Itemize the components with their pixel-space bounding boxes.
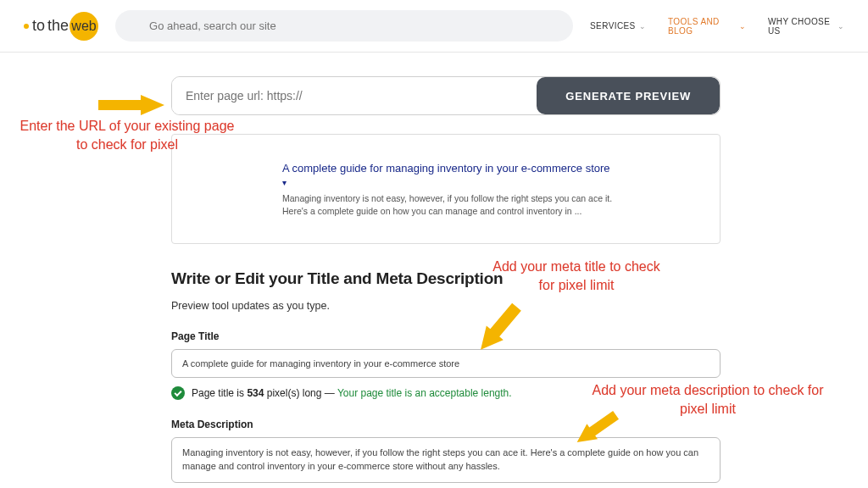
url-input-row: GENERATE PREVIEW bbox=[171, 76, 721, 115]
logo-circle-icon: web bbox=[70, 12, 98, 41]
logo-text-post: web bbox=[71, 19, 96, 34]
main-nav: SERVICES⌄ TOOLS AND BLOG⌄ WHY CHOOSE US⌄ bbox=[590, 17, 844, 36]
title-status-px: 534 bbox=[247, 387, 264, 399]
annotation-url: Enter the URL of your existing page to c… bbox=[17, 117, 237, 153]
svg-marker-3 bbox=[472, 300, 525, 357]
site-logo: to the web bbox=[24, 12, 98, 41]
site-header: to the web SERVICES⌄ TOOLS AND BLOG⌄ WHY… bbox=[0, 0, 868, 53]
title-status-suffix: pixel(s) long — bbox=[264, 387, 337, 399]
nav-why-label: WHY CHOOSE US bbox=[768, 17, 834, 36]
title-status-prefix: Page title is bbox=[192, 387, 247, 399]
nav-services-label: SERVICES bbox=[590, 21, 636, 30]
annotation-title: Add your meta title to check for pixel l… bbox=[483, 258, 670, 294]
site-search-input[interactable] bbox=[115, 10, 573, 42]
chevron-down-icon: ⌄ bbox=[837, 22, 844, 30]
serp-preview-card: A complete guide for managing inventory … bbox=[171, 134, 721, 244]
svg-marker-2 bbox=[98, 95, 164, 115]
arrow-down-left-icon bbox=[468, 300, 527, 359]
svg-marker-4 bbox=[571, 408, 620, 450]
logo-text-mid: the bbox=[47, 17, 69, 35]
nav-why-choose-us[interactable]: WHY CHOOSE US⌄ bbox=[768, 17, 844, 36]
logo-text-pre: to bbox=[32, 17, 45, 35]
chevron-down-icon: ⌄ bbox=[739, 22, 746, 30]
generate-preview-button[interactable]: GENERATE PREVIEW bbox=[537, 77, 720, 114]
section-subtext: Preview tool updates as you type. bbox=[171, 300, 721, 312]
meta-description-label: Meta Description bbox=[171, 419, 721, 430]
serp-preview-title: A complete guide for managing inventory … bbox=[282, 162, 621, 176]
page-title-label: Page Title bbox=[171, 330, 721, 342]
check-circle-icon bbox=[171, 386, 185, 400]
logo-dot-icon bbox=[24, 24, 29, 29]
serp-preview-description: Managing inventory is not easy, however,… bbox=[282, 192, 621, 218]
arrow-down-left-icon bbox=[570, 408, 620, 451]
arrow-right-icon bbox=[98, 93, 166, 117]
nav-tools-blog-label: TOOLS AND BLOG bbox=[668, 17, 735, 36]
page-title-input[interactable] bbox=[171, 349, 721, 378]
meta-description-input[interactable]: Managing inventory is not easy, however,… bbox=[171, 437, 721, 483]
caret-down-icon: ▾ bbox=[282, 178, 621, 187]
nav-services[interactable]: SERVICES⌄ bbox=[590, 17, 646, 36]
chevron-down-icon: ⌄ bbox=[639, 22, 646, 30]
page-url-input[interactable] bbox=[172, 77, 537, 114]
nav-tools-blog[interactable]: TOOLS AND BLOG⌄ bbox=[668, 17, 746, 36]
title-status-message: Your page title is an acceptable length. bbox=[337, 387, 512, 399]
